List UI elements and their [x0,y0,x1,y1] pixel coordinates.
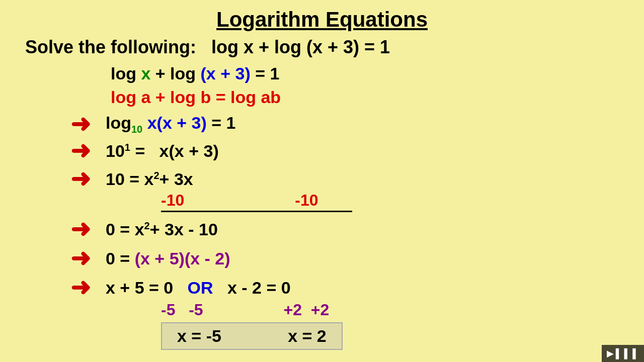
step6-row: ➜ 0 = (x + 5)(x - 2) [20,246,624,270]
bar3: ▌ [632,348,639,359]
step3-row: ➜ 101 = x(x + 3) [20,139,624,163]
step5-row: ➜ 0 = x2+ 3x - 10 [20,217,624,241]
page-container: Logarithm Equations Solve the following:… [0,0,644,362]
problem-statement: Solve the following: log x + log (x + 3)… [20,37,624,58]
bar1: ▌ [616,348,622,359]
subtraction-area: -10 -10 [20,191,624,210]
step4-row: ➜ 10 = x2+ 3x [20,167,624,191]
arrow5: ➜ [70,217,91,241]
answer-box: x = -5 x = 2 [161,322,343,350]
divider [161,211,352,212]
step7-sub: -5 -5 +2 +2 [20,301,624,319]
answer-area: x = -5 x = 2 [20,322,624,350]
step2-row: ➜ log10 x(x + 3) = 1 [20,112,624,136]
step2-text: log10 x(x + 3) = 1 [106,113,235,135]
page-title: Logarithm Equations [20,5,624,32]
step4-text: 10 = x2+ 3x [106,169,193,189]
video-controls[interactable]: ▶ ▌ ▌ ▌ [602,345,644,362]
arrow4: ➜ [70,167,91,191]
sub-right: -10 [295,191,318,210]
step7-row: ➜ x + 5 = 0 OR x - 2 = 0 [20,276,624,300]
arrow6: ➜ [70,246,91,270]
step3-text: 101 = x(x + 3) [106,141,219,161]
step1-text: log x + log (x + 3) = 1 [111,64,279,83]
bar2: ▌ [624,348,630,359]
play-button[interactable]: ▶ [607,348,614,359]
step1-row: log x + log (x + 3) = 1 [20,64,624,83]
arrow3: ➜ [70,139,91,163]
solve-label: Solve the following: [25,37,196,57]
step6-text: 0 = (x + 5)(x - 2) [106,249,230,268]
problem-equation: log x + log (x + 3) = 1 [211,37,390,57]
sub-left: -10 [161,191,184,210]
log-rule: log a + log b = log ab [111,87,281,107]
step5-text: 0 = x2+ 3x - 10 [106,220,218,239]
step7-text: x + 5 = 0 OR x - 2 = 0 [106,278,291,298]
rule-row: log a + log b = log ab [20,87,624,107]
arrow2: ➜ [70,112,91,136]
arrow7: ➜ [70,276,91,300]
